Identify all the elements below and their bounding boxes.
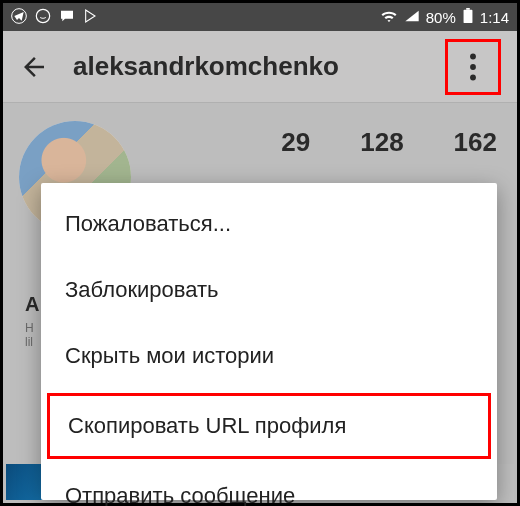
profile-header: aleksandrkomchenko xyxy=(3,31,517,103)
circle-icon xyxy=(35,8,51,27)
svg-point-6 xyxy=(470,74,476,80)
signal-icon xyxy=(404,9,420,26)
svg-point-4 xyxy=(470,53,476,59)
stat-followers[interactable]: 128 xyxy=(360,127,403,158)
menu-item-copy-url[interactable]: Скопировать URL профиля xyxy=(47,393,491,459)
play-store-icon xyxy=(83,8,99,27)
menu-item-hide-stories[interactable]: Скрыть мои истории xyxy=(41,323,497,389)
stats-row: 29 128 162 xyxy=(281,127,497,158)
svg-point-5 xyxy=(470,64,476,70)
svg-rect-2 xyxy=(463,9,472,22)
back-button[interactable] xyxy=(19,52,49,82)
more-options-button[interactable] xyxy=(445,39,501,95)
svg-rect-3 xyxy=(466,8,470,10)
username: aleksandrkomchenko xyxy=(73,51,339,82)
profile-meta-fragment: H lil xyxy=(25,321,34,349)
battery-icon xyxy=(462,8,474,27)
telegram-icon xyxy=(11,8,27,27)
menu-item-send-message[interactable]: Отправить сообщение xyxy=(41,463,497,506)
stat-posts[interactable]: 29 xyxy=(281,127,310,158)
message-icon xyxy=(59,8,75,27)
svg-point-1 xyxy=(36,9,49,22)
stat-following[interactable]: 162 xyxy=(454,127,497,158)
menu-item-block[interactable]: Заблокировать xyxy=(41,257,497,323)
profile-name-fragment: A xyxy=(25,293,39,316)
battery-pct: 80% xyxy=(426,9,456,26)
wifi-icon xyxy=(380,9,398,26)
clock: 1:14 xyxy=(480,9,509,26)
menu-item-report[interactable]: Пожаловаться... xyxy=(41,191,497,257)
statusbar: 80% 1:14 xyxy=(3,3,517,31)
screen-frame: 80% 1:14 aleksandrkomchenko 29 128 162 A… xyxy=(0,0,520,506)
context-menu: Пожаловаться... Заблокировать Скрыть мои… xyxy=(41,183,497,500)
